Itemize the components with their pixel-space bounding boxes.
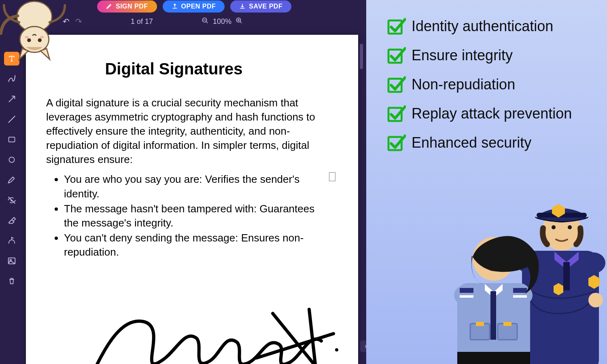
signature-mark — [83, 293, 342, 364]
feature-item: Ensure integrity — [387, 47, 607, 64]
text-tool[interactable] — [4, 52, 19, 66]
viewer-sub-bar: ↶ ↷ 1 of 17 100% — [0, 12, 366, 28]
feature-label: Identity authentication — [412, 18, 553, 35]
page-viewport[interactable]: Digital Signatures A digital signature i… — [23, 28, 366, 364]
save-pdf-label: SAVE PDF — [249, 3, 282, 10]
svg-rect-39 — [457, 352, 530, 364]
checkmark-icon — [387, 134, 406, 151]
svg-point-24 — [552, 225, 556, 229]
image-tool[interactable] — [4, 254, 19, 268]
police-officers-illustration — [433, 162, 607, 364]
svg-point-12 — [335, 348, 338, 351]
svg-point-21 — [581, 252, 605, 273]
svg-point-9 — [9, 157, 14, 162]
doc-title: Digital Signatures — [18, 60, 330, 78]
checkmark-icon — [387, 47, 406, 64]
pdf-editor-app: SIGN PDF OPEN PDF SAVE PDF ↶ ↷ 1 of 17 1… — [0, 0, 366, 364]
save-pdf-button[interactable]: SAVE PDF — [230, 0, 291, 13]
zoom-controls: 100% — [202, 17, 243, 26]
svg-point-25 — [568, 225, 572, 229]
checkmark-icon — [387, 105, 406, 122]
svg-rect-37 — [513, 295, 527, 298]
zoom-in-icon[interactable] — [236, 17, 243, 26]
checkmark-icon — [387, 76, 406, 93]
freehand-tool[interactable] — [4, 72, 19, 86]
doc-bullet: The message hasn't been tampered with: G… — [64, 202, 327, 230]
pdf-page: Digital Signatures A digital signature i… — [26, 35, 358, 364]
svg-rect-32 — [476, 322, 484, 326]
rectangle-tool[interactable] — [4, 133, 19, 146]
line-tool[interactable] — [4, 112, 19, 126]
doc-bullet: You are who you say you are: Verifies th… — [64, 172, 327, 201]
delete-tool[interactable] — [4, 274, 19, 288]
checkmark-icon — [387, 18, 406, 35]
shape-tool[interactable] — [4, 234, 19, 248]
next-page-button[interactable]: › — [360, 341, 366, 352]
feature-item: Non-repudiation — [387, 76, 607, 93]
open-pdf-label: OPEN PDF — [181, 3, 216, 10]
svg-rect-35 — [513, 288, 527, 293]
highlighter-tool[interactable] — [4, 173, 19, 187]
pen-icon — [106, 3, 112, 11]
page-thumbnail — [329, 172, 335, 181]
redo-button[interactable]: ↷ — [75, 17, 82, 26]
feature-item: Replay attack prevention — [387, 105, 607, 122]
feature-label: Replay attack prevention — [412, 105, 572, 122]
arrow-tool[interactable] — [4, 92, 19, 106]
feature-label: Ensure integrity — [412, 47, 513, 64]
undo-button[interactable]: ↶ — [63, 17, 70, 26]
eraser-tool[interactable] — [4, 214, 19, 227]
svg-rect-34 — [460, 288, 473, 293]
upload-icon — [172, 3, 178, 11]
sign-pdf-button[interactable]: SIGN PDF — [97, 0, 157, 13]
feature-label: Enhanced security — [412, 134, 531, 151]
page-counter[interactable]: 1 of 17 — [131, 17, 153, 26]
main-button-bar: SIGN PDF OPEN PDF SAVE PDF — [0, 0, 366, 12]
svg-rect-38 — [490, 291, 496, 340]
open-pdf-button[interactable]: OPEN PDF — [163, 0, 225, 13]
canvas-row: Digital Signatures A digital signature i… — [0, 28, 366, 364]
feature-label: Non-repudiation — [412, 76, 515, 93]
svg-rect-22 — [563, 262, 570, 290]
svg-rect-8 — [9, 137, 15, 142]
zoom-out-icon[interactable] — [202, 17, 209, 26]
doc-intro: A digital signature is a crucial securit… — [46, 96, 329, 167]
feature-item: Identity authentication — [387, 18, 607, 35]
svg-rect-36 — [460, 295, 473, 298]
doc-bullet: You can't deny sending the message: Ensu… — [64, 231, 327, 259]
doc-bullet-list: You are who you say you are: Verifies th… — [64, 172, 327, 259]
features-panel: Identity authentication Ensure integrity… — [366, 0, 607, 364]
svg-point-19 — [588, 293, 603, 307]
hide-tool[interactable] — [4, 193, 19, 207]
ellipse-tool[interactable] — [4, 153, 19, 167]
zoom-level: 100% — [213, 17, 231, 26]
scrollbar-thumb[interactable] — [360, 44, 363, 69]
sign-pdf-label: SIGN PDF — [116, 3, 148, 10]
svg-rect-33 — [503, 322, 511, 326]
feature-item: Enhanced security — [387, 134, 607, 151]
download-icon — [239, 3, 246, 11]
